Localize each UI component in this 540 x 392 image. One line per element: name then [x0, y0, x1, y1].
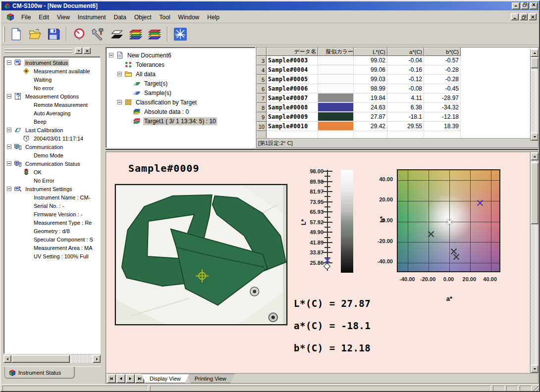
row-number[interactable]: 10: [257, 122, 267, 131]
doc-tree-item[interactable]: Classification by Target: [106, 98, 255, 107]
status-tree-item[interactable]: Instrument Settings: [4, 185, 100, 193]
menu-object[interactable]: Object: [130, 12, 156, 22]
toolbar-button-flash[interactable]: [171, 26, 189, 43]
row-number[interactable]: 8: [257, 103, 267, 112]
scrollbar-thumb[interactable]: [531, 162, 539, 224]
status-tree-item[interactable]: Serial No. : -: [4, 201, 100, 210]
status-tree-item[interactable]: Measurement Options: [4, 92, 100, 100]
toolbar-button-measure-gauge[interactable]: [70, 26, 88, 43]
expand-toggle[interactable]: [7, 161, 11, 166]
scroll-left-button[interactable]: [3, 355, 11, 363]
column-header[interactable]: [257, 48, 267, 56]
status-tree-item[interactable]: Communication Status: [4, 159, 100, 168]
display-view-scrollbar[interactable]: [530, 152, 538, 373]
scroll-down-button[interactable]: [531, 365, 539, 373]
menu-edit[interactable]: Edit: [35, 12, 53, 22]
scroll-right-button[interactable]: [93, 355, 101, 363]
child-close-button[interactable]: [529, 13, 537, 20]
restore-button[interactable]: [521, 2, 529, 9]
column-header[interactable]: 擬似カラー: [318, 48, 354, 56]
status-tree-item[interactable]: No error: [4, 84, 100, 92]
expand-toggle[interactable]: [109, 53, 113, 57]
scroll-up-button[interactable]: [531, 152, 539, 160]
doc-tree-item[interactable]: Tolerances: [106, 60, 255, 69]
row-number[interactable]: 7: [257, 94, 267, 103]
status-tree-item[interactable]: Auto Averaging: [4, 109, 100, 117]
toolbar-button-layers-color[interactable]: [127, 26, 145, 43]
toolbar-button-layers-color-alt[interactable]: [146, 26, 163, 43]
row-number[interactable]: 6: [257, 84, 267, 94]
toolbar-button-tools[interactable]: [89, 26, 107, 43]
scrollbar-thumb[interactable]: [11, 355, 70, 363]
expand-toggle[interactable]: [7, 145, 11, 149]
doc-tree-item[interactable]: Sample(s): [106, 88, 255, 98]
toolbar-button-open-folder[interactable]: [26, 26, 44, 43]
status-tree-item[interactable]: Waiting: [4, 75, 100, 84]
minimize-button[interactable]: [512, 2, 520, 9]
toolbar-button-save[interactable]: [45, 26, 62, 43]
doc-tree-item[interactable]: All data: [106, 69, 255, 79]
table-scrollbar[interactable]: [530, 49, 538, 141]
next-tab-button[interactable]: [126, 374, 135, 383]
doc-tree-item[interactable]: New Document6: [106, 50, 255, 60]
status-tree-item[interactable]: Firmware Version : -: [4, 210, 100, 218]
close-button[interactable]: [530, 2, 538, 9]
menu-instrument[interactable]: Instrument: [74, 12, 110, 22]
row-number[interactable]: 5: [257, 75, 267, 84]
resize-grip[interactable]: [532, 386, 539, 392]
status-tree-item[interactable]: Demo Mode: [4, 151, 100, 159]
menu-view[interactable]: View: [53, 12, 74, 22]
status-tree-item[interactable]: Instrument Name : CM-: [4, 193, 100, 201]
tab-printing-view[interactable]: Printing View: [186, 374, 235, 383]
column-header[interactable]: a*(C): [387, 48, 424, 56]
panel-header[interactable]: [3, 47, 101, 55]
child-restore-button[interactable]: [520, 13, 528, 20]
expand-toggle[interactable]: [7, 94, 11, 98]
menu-data[interactable]: Data: [110, 12, 130, 22]
toolbar-button-new-document[interactable]: [7, 26, 25, 43]
column-header[interactable]: データ名: [267, 48, 318, 56]
scroll-down-button[interactable]: [531, 133, 539, 141]
panel-close-button[interactable]: [83, 48, 91, 54]
table-row[interactable]: 4Sample#000499.06-0.16-0.28: [257, 65, 538, 75]
status-tree-item[interactable]: No Error: [4, 176, 100, 185]
expand-toggle[interactable]: [7, 128, 11, 132]
status-tree-item[interactable]: 2004/03/01 11:17:14: [4, 134, 100, 143]
expand-toggle[interactable]: [117, 100, 122, 104]
previous-tab-button[interactable]: [116, 374, 125, 383]
row-number[interactable]: 9: [257, 112, 267, 122]
table-row[interactable]: 9Sample#000927.87-18.1-12.18: [257, 112, 538, 122]
tab-display-view[interactable]: Display View: [141, 374, 189, 383]
status-tree-item[interactable]: Beep: [4, 117, 100, 126]
table-row[interactable]: 8Sample#000824.636.38-34.32: [257, 103, 538, 112]
status-tree-item[interactable]: Last Calibration: [4, 126, 100, 134]
row-number[interactable]: 4: [257, 65, 267, 75]
status-tree-item[interactable]: Measurement Area : MA: [4, 244, 100, 252]
expand-toggle[interactable]: [7, 60, 11, 65]
tab-instrument-status[interactable]: Instrument Status: [4, 367, 75, 379]
doc-tree-item[interactable]: Target1 ( 3/ 1 13:34: 5) : 10: [106, 116, 255, 126]
table-row[interactable]: 10Sample#001029.4229.5518.39: [257, 122, 538, 131]
status-tree-item[interactable]: Measurement Type : Re: [4, 218, 100, 227]
menu-window[interactable]: Window: [174, 12, 204, 22]
menu-tool[interactable]: Tool: [156, 12, 174, 22]
column-header[interactable]: b*(C): [424, 48, 461, 56]
status-tree-item[interactable]: Measreument available: [4, 67, 100, 75]
status-tree-item[interactable]: Remote Measurement: [4, 100, 100, 109]
scrollbar-thumb[interactable]: [531, 57, 539, 68]
row-number[interactable]: 3: [257, 56, 267, 65]
doc-tree-item[interactable]: Absolute data : 0: [106, 107, 255, 116]
status-tree-item[interactable]: UV Setting : 100% Full: [4, 252, 100, 260]
toolbar-button-layers-bw[interactable]: [108, 26, 126, 43]
table-row[interactable]: 7Sample#000719.844.11-28.97: [257, 94, 538, 103]
table-row[interactable]: 6Sample#000698.99-0.08-0.45: [257, 84, 538, 94]
left-panel-hscrollbar[interactable]: [3, 355, 101, 363]
status-tree-item[interactable]: Geometry : d/8: [4, 227, 100, 235]
panel-menu-button[interactable]: [75, 48, 82, 54]
expand-toggle[interactable]: [7, 187, 11, 191]
table-row[interactable]: 3Sample#000399.02-0.04-0.57: [257, 56, 538, 65]
sample-image[interactable]: [115, 184, 287, 325]
expand-toggle[interactable]: [117, 72, 122, 76]
menu-file[interactable]: File: [17, 12, 35, 22]
doc-tree-item[interactable]: Target(s): [106, 79, 255, 88]
